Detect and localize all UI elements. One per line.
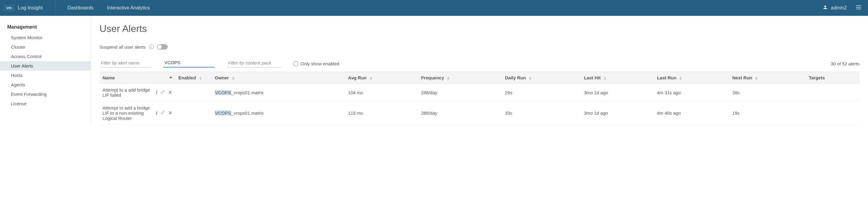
sidebar-item-hosts[interactable]: Hosts: [0, 71, 91, 80]
sort-asc-icon: [169, 76, 172, 78]
sidebar-item-event-forwarding[interactable]: Event Forwarding: [0, 89, 91, 99]
col-targets[interactable]: Targets: [806, 72, 860, 84]
table-row[interactable]: Attempt to a add bridge LIF failed i ✕ V…: [99, 84, 860, 102]
sidebar-item-license[interactable]: License: [0, 99, 91, 108]
avg-run-cell: 104 ms: [345, 84, 418, 102]
only-enabled-label: Only show enabled: [301, 61, 339, 66]
col-daily-run[interactable]: Daily Run: [502, 72, 581, 84]
alert-name: Attempt to add a bridge LIF to a non-exi…: [102, 105, 152, 121]
vmware-logo: vm: [4, 4, 14, 11]
topbar: vm Log Insight Dashboards Interactive An…: [0, 0, 868, 16]
sidebar-item-access-control[interactable]: Access Control: [0, 52, 91, 61]
content: User Alerts Suspend all user alerts i On…: [91, 16, 868, 125]
hamburger-icon[interactable]: [855, 4, 862, 12]
sidebar-heading: Management: [0, 24, 91, 33]
page-title: User Alerts: [99, 23, 860, 34]
sort-icon: [370, 76, 372, 80]
targets-cell: [806, 84, 860, 102]
product-name: Log Insight: [18, 0, 55, 16]
filter-name-input[interactable]: [99, 58, 151, 68]
daily-run-cell: 33s: [502, 102, 581, 125]
alert-count: 30 of 52 alerts: [831, 61, 860, 68]
top-nav: Dashboards Interactive Analytics: [67, 5, 150, 11]
sidebar-item-agents[interactable]: Agents: [0, 80, 91, 89]
avg-run-cell: 115 ms: [345, 102, 418, 125]
alerts-table: Name Enabled Owner Avg Run: [99, 72, 860, 125]
col-enabled[interactable]: Enabled: [175, 72, 212, 84]
sort-icon: [447, 76, 450, 80]
info-icon[interactable]: i: [149, 44, 154, 49]
sort-icon: [755, 76, 757, 80]
nav-dashboards[interactable]: Dashboards: [67, 5, 93, 11]
suspend-label: Suspend all user alerts: [99, 44, 146, 50]
daily-run-cell: 29s: [502, 84, 581, 102]
sort-icon: [604, 76, 606, 80]
filter-owner-input[interactable]: [163, 58, 215, 68]
info-icon[interactable]: i: [156, 110, 157, 116]
next-run-cell: 19s: [729, 102, 806, 125]
username: admin2: [831, 5, 847, 11]
user-icon: [823, 5, 828, 11]
delete-icon[interactable]: ✕: [168, 110, 172, 116]
edit-icon[interactable]: [160, 110, 165, 116]
last-run-cell: 4m 31s ago: [654, 84, 729, 102]
sidebar: Management System Monitor Cluster Access…: [0, 16, 91, 125]
edit-icon[interactable]: [160, 89, 165, 96]
col-owner[interactable]: Owner: [212, 72, 345, 84]
user-menu[interactable]: admin2: [823, 4, 862, 12]
only-enabled-input[interactable]: [293, 61, 298, 66]
filter-content-pack-input[interactable]: [227, 58, 281, 68]
col-last-hit[interactable]: Last Hit: [581, 72, 654, 84]
only-enabled-checkbox[interactable]: Only show enabled: [293, 61, 339, 68]
sort-icon: [232, 76, 235, 80]
col-next-run[interactable]: Next Run: [729, 72, 806, 84]
sidebar-item-system-monitor[interactable]: System Monitor: [0, 33, 91, 42]
alert-name: Attempt to a add bridge LIF failed: [102, 87, 152, 98]
sort-icon: [529, 76, 531, 80]
col-last-run[interactable]: Last Run: [654, 72, 729, 84]
table-row[interactable]: Attempt to add a bridge LIF to a non-exi…: [99, 102, 860, 125]
sort-icon: [199, 76, 202, 80]
sort-icon: [679, 76, 682, 80]
col-avg-run[interactable]: Avg Run: [345, 72, 418, 84]
sidebar-item-user-alerts[interactable]: User Alerts: [0, 61, 91, 71]
next-run-cell: 28s: [729, 84, 806, 102]
frequency-cell: 288/day: [418, 102, 502, 125]
last-run-cell: 4m 40s ago: [654, 102, 729, 125]
owner-cell: VCOPS_vrops01.matrix: [212, 102, 345, 125]
last-hit-cell: 3mo 1d ago: [581, 102, 654, 125]
nav-interactive-analytics[interactable]: Interactive Analytics: [107, 5, 150, 11]
delete-icon[interactable]: ✕: [168, 89, 172, 96]
frequency-cell: 288/day: [418, 84, 502, 102]
info-icon[interactable]: i: [156, 89, 157, 96]
suspend-toggle[interactable]: [157, 44, 168, 50]
targets-cell: [806, 102, 860, 125]
col-name[interactable]: Name: [99, 72, 175, 84]
sidebar-item-cluster[interactable]: Cluster: [0, 42, 91, 52]
col-frequency[interactable]: Frequency: [418, 72, 502, 84]
last-hit-cell: 3mo 1d ago: [581, 84, 654, 102]
owner-cell: VCOPS_vrops01.matrix: [212, 84, 345, 102]
